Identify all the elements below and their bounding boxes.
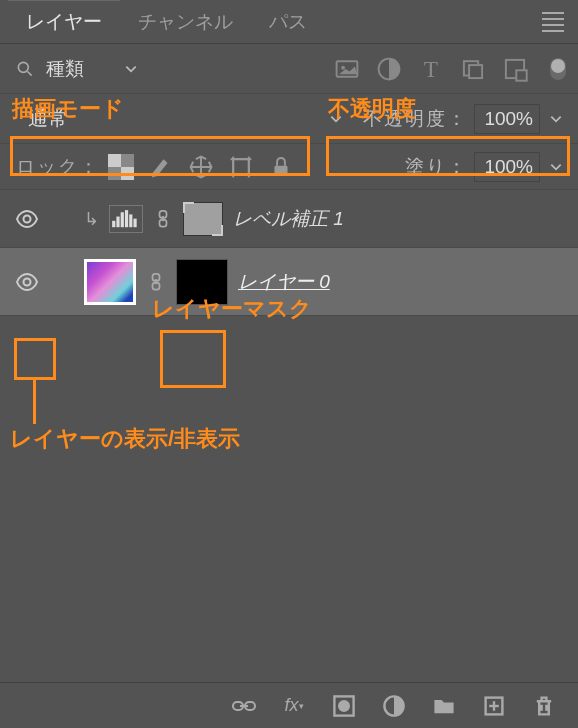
group-icon[interactable] — [432, 694, 456, 718]
tab-layers[interactable]: レイヤー — [8, 0, 120, 43]
layer-mask-thumb[interactable] — [183, 202, 223, 236]
layer-row-adjustment[interactable]: ↳ レベル補正 1 — [0, 190, 578, 248]
fill-dropdown-icon[interactable] — [546, 152, 566, 182]
panel-menu-icon[interactable] — [540, 6, 566, 38]
layer-mask-thumb[interactable] — [176, 259, 228, 305]
fill-value[interactable]: 100% — [474, 152, 540, 182]
lock-label: ロック： — [16, 154, 100, 180]
clip-arrow-icon: ↳ — [84, 208, 99, 230]
svg-rect-23 — [121, 212, 124, 227]
fill-group: 塗り： 100% — [405, 152, 566, 182]
link-icon[interactable] — [153, 209, 173, 228]
svg-rect-25 — [129, 214, 132, 227]
svg-rect-21 — [112, 221, 115, 227]
layers-bottom-bar: fx▾ — [0, 682, 578, 728]
blend-mode-dropdown[interactable]: 通常 — [16, 102, 355, 136]
svg-rect-11 — [121, 167, 134, 180]
adjustment-layer-icon[interactable] — [382, 694, 406, 718]
svg-rect-26 — [133, 218, 136, 227]
link-layers-icon[interactable] — [232, 694, 256, 718]
layers-panel: レイヤー チャンネル パス 種類 T 通常 不透明度： — [0, 0, 578, 728]
trash-icon[interactable] — [532, 694, 556, 718]
svg-rect-22 — [116, 216, 119, 227]
filter-type-text-icon[interactable]: T — [418, 56, 444, 82]
layer-name[interactable]: レイヤー 0 — [238, 269, 330, 295]
filter-toggle[interactable] — [550, 58, 566, 80]
svg-rect-14 — [233, 159, 249, 175]
svg-rect-19 — [275, 165, 288, 175]
tab-paths[interactable]: パス — [251, 0, 325, 43]
svg-line-1 — [28, 71, 32, 75]
filter-smartobj-icon[interactable] — [502, 56, 528, 82]
search-icon[interactable] — [14, 58, 36, 80]
lock-all-icon[interactable] — [268, 154, 294, 180]
opacity-group: 不透明度： 100% — [363, 104, 566, 134]
visibility-toggle[interactable] — [12, 204, 42, 234]
add-mask-icon[interactable] — [332, 694, 356, 718]
svg-rect-10 — [108, 154, 121, 167]
opacity-label: 不透明度： — [363, 106, 468, 132]
panel-tabs: レイヤー チャンネル パス — [0, 0, 578, 44]
svg-point-20 — [24, 215, 31, 222]
lock-icons — [108, 154, 294, 180]
opacity-dropdown-icon[interactable] — [546, 104, 566, 134]
lock-position-icon[interactable] — [188, 154, 214, 180]
lock-artboard-icon[interactable] — [228, 154, 254, 180]
fx-icon[interactable]: fx▾ — [282, 694, 306, 718]
fill-label: 塗り： — [405, 154, 468, 180]
svg-point-38 — [339, 701, 349, 711]
visibility-toggle[interactable] — [12, 267, 42, 297]
levels-icon — [109, 205, 143, 233]
svg-point-3 — [341, 65, 345, 69]
blend-opacity-row: 通常 不透明度： 100% — [0, 94, 578, 144]
svg-point-30 — [24, 278, 31, 285]
layer-name[interactable]: レベル補正 1 — [233, 206, 344, 232]
opacity-value[interactable]: 100% — [474, 104, 540, 134]
svg-rect-24 — [125, 210, 128, 227]
filter-kind-label: 種類 — [46, 56, 84, 82]
filter-kind-dropdown[interactable]: 種類 — [46, 56, 138, 82]
svg-text:T: T — [424, 56, 438, 82]
layer-thumb[interactable] — [84, 259, 136, 305]
filter-adjustment-icon[interactable] — [376, 56, 402, 82]
blend-mode-value: 通常 — [28, 105, 68, 132]
link-icon[interactable] — [146, 272, 166, 291]
layers-list: ↳ レベル補正 1 レイヤー 0 — [0, 190, 578, 682]
new-layer-icon[interactable] — [482, 694, 506, 718]
tab-channels[interactable]: チャンネル — [120, 0, 251, 43]
svg-rect-9 — [516, 70, 526, 80]
svg-rect-13 — [108, 167, 121, 180]
filter-shape-icon[interactable] — [460, 56, 486, 82]
layer-row-layer0[interactable]: レイヤー 0 — [0, 248, 578, 316]
svg-rect-7 — [469, 65, 482, 78]
lock-pixels-icon[interactable] — [148, 154, 174, 180]
svg-rect-12 — [121, 154, 134, 167]
svg-point-0 — [18, 62, 28, 72]
filter-pixel-icon[interactable] — [334, 56, 360, 82]
lock-row: ロック： 塗り： 100% — [0, 144, 578, 190]
filter-type-icons: T — [334, 56, 566, 82]
layer-filter-row: 種類 T — [0, 44, 578, 94]
lock-transparency-icon[interactable] — [108, 154, 134, 180]
